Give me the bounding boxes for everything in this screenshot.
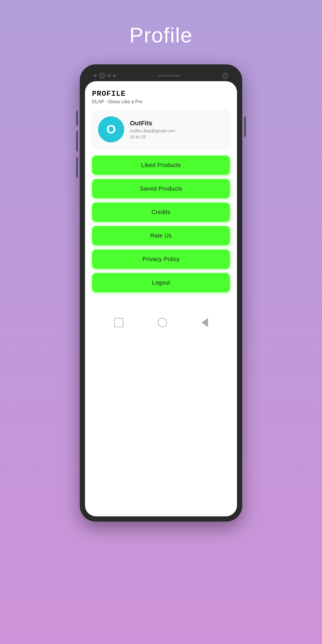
app-subtitle: DLAP - Dress Like a Pro xyxy=(92,99,230,104)
camera-dot xyxy=(99,73,105,79)
front-camera-area xyxy=(94,73,116,79)
front-right-area xyxy=(222,73,228,79)
liked-products-button[interactable]: Liked Products xyxy=(92,155,230,175)
front-camera-right xyxy=(222,73,228,79)
volume-down-button xyxy=(76,131,78,151)
speaker-grille xyxy=(157,75,180,77)
saved-products-button[interactable]: Saved Products xyxy=(92,179,230,198)
phone-screen: PROFILE DLAP - Dress Like a Pro O OutFit… xyxy=(85,81,237,516)
profile-email: outfits.dlap@gmail.com xyxy=(130,128,175,133)
profile-card: O OutFits outfits.dlap@gmail.com 18 to 2… xyxy=(92,110,230,149)
phone-notch xyxy=(85,70,237,81)
phone-frame: PROFILE DLAP - Dress Like a Pro O OutFit… xyxy=(80,64,242,522)
privacy-policy-button[interactable]: Privacy Policy xyxy=(92,249,230,269)
app-content: PROFILE DLAP - Dress Like a Pro O OutFit… xyxy=(85,81,237,299)
page-title: Profile xyxy=(129,23,193,47)
profile-age: 18 to 25 xyxy=(130,134,175,139)
sensor-dot xyxy=(94,74,97,77)
back-nav-icon[interactable] xyxy=(202,318,208,327)
profile-info: OutFits outfits.dlap@gmail.com 18 to 25 xyxy=(130,120,175,139)
logout-button[interactable]: Logout xyxy=(92,273,230,292)
volume-up-button xyxy=(76,111,78,125)
phone-nav-bar xyxy=(85,311,237,334)
silent-button xyxy=(76,157,78,178)
rate-us-button[interactable]: Rate Us xyxy=(92,226,230,245)
menu-buttons: Liked Products Saved Products Credits Ra… xyxy=(92,155,230,292)
home-nav-icon[interactable] xyxy=(158,318,167,327)
sensor-dot-2 xyxy=(108,74,111,77)
square-nav-icon[interactable] xyxy=(114,318,123,327)
app-header-title: PROFILE xyxy=(92,89,230,98)
sensor-dot-3 xyxy=(113,74,116,77)
power-button xyxy=(244,117,246,137)
credits-button[interactable]: Credits xyxy=(92,202,230,222)
avatar: O xyxy=(98,116,124,142)
profile-name: OutFits xyxy=(130,120,175,127)
